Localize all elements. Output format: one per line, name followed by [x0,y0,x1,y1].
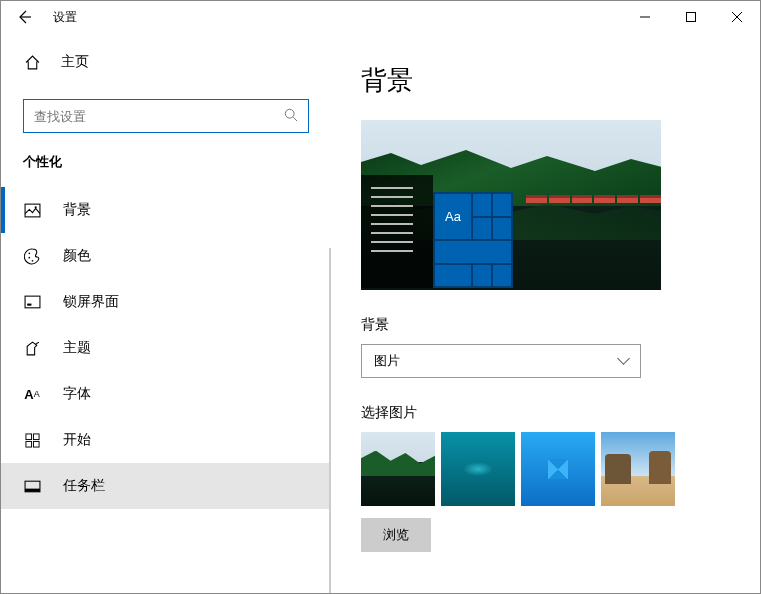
wallpaper-thumb-1[interactable] [361,432,435,506]
browse-button[interactable]: 浏览 [361,518,431,552]
svg-point-3 [34,206,36,208]
sidebar-scrollbar[interactable] [329,248,331,593]
taskbar-icon [23,477,41,495]
nav-label: 任务栏 [63,477,105,495]
window-title: 设置 [47,9,622,26]
home-icon [23,53,41,71]
image-icon [23,201,41,219]
svg-rect-7 [25,296,40,308]
nav-item-colors[interactable]: 颜色 [1,233,331,279]
close-button[interactable] [714,1,760,33]
home-label: 主页 [61,53,89,71]
search-icon [284,108,298,125]
svg-rect-14 [25,488,40,491]
svg-rect-12 [33,441,39,447]
arrow-left-icon [16,9,32,25]
select-value: 图片 [374,352,400,370]
wallpaper-thumb-4[interactable] [601,432,675,506]
body: 主页 个性化 背景 颜色 锁屏界面 [1,33,760,593]
settings-window: 设置 主页 个性化 背景 [0,0,761,594]
nav-label: 字体 [63,385,91,403]
close-icon [732,12,742,22]
background-label: 背景 [361,316,720,334]
svg-rect-11 [25,441,31,447]
picture-thumbnails [361,432,720,506]
home-link[interactable]: 主页 [1,43,331,81]
nav-item-taskbar[interactable]: 任务栏 [1,463,331,509]
nav-item-themes[interactable]: 主题 [1,325,331,371]
titlebar: 设置 [1,1,760,33]
desktop-preview: Aa [361,120,661,290]
search-box[interactable] [23,99,309,133]
back-button[interactable] [1,1,47,33]
theme-icon [23,339,41,357]
svg-rect-10 [33,433,39,439]
svg-rect-0 [687,13,696,22]
window-controls [622,1,760,33]
nav-item-lockscreen[interactable]: 锁屏界面 [1,279,331,325]
minimize-icon [640,12,650,22]
svg-point-5 [28,256,30,258]
page-heading: 背景 [361,63,720,98]
svg-point-6 [31,259,33,261]
chevron-down-icon [619,354,628,369]
wallpaper-thumb-2[interactable] [441,432,515,506]
sidebar: 主页 个性化 背景 颜色 锁屏界面 [1,33,331,593]
start-icon [23,431,41,449]
preview-tiles: Aa [433,192,513,288]
svg-point-1 [285,109,294,118]
nav-item-start[interactable]: 开始 [1,417,331,463]
nav-label: 开始 [63,431,91,449]
background-type-select[interactable]: 图片 [361,344,641,378]
section-heading: 个性化 [1,143,331,181]
lockscreen-icon [23,293,41,311]
svg-rect-8 [27,303,31,305]
font-icon: AA [23,385,41,403]
nav-label: 主题 [63,339,91,357]
palette-icon [23,247,41,265]
content-area: 背景 Aa 背景 图片 选择图片 [331,33,760,593]
nav-label: 背景 [63,201,91,219]
nav-list: 背景 颜色 锁屏界面 主题 AA 字体 [1,187,331,509]
nav-item-fonts[interactable]: AA 字体 [1,371,331,417]
maximize-button[interactable] [668,1,714,33]
svg-point-4 [28,252,30,254]
nav-item-background[interactable]: 背景 [1,187,331,233]
svg-rect-9 [25,433,31,439]
wallpaper-thumb-3[interactable] [521,432,595,506]
preview-start-panel [361,175,433,288]
preview-sample-tile: Aa [435,194,471,239]
minimize-button[interactable] [622,1,668,33]
maximize-icon [686,12,696,22]
nav-label: 锁屏界面 [63,293,119,311]
nav-label: 颜色 [63,247,91,265]
choose-picture-label: 选择图片 [361,404,720,422]
search-input[interactable] [34,109,284,124]
